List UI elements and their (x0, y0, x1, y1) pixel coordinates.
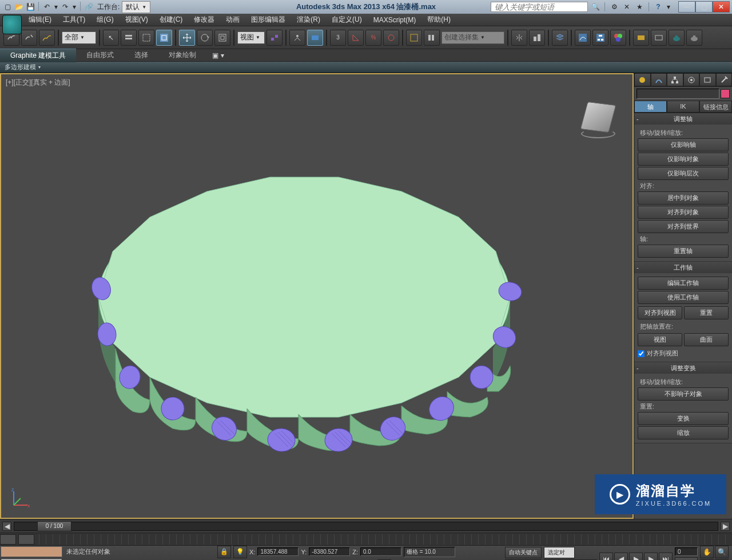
time-next-icon[interactable]: ▶ (721, 522, 730, 531)
affect-object-button[interactable]: 仅影响对象 (638, 153, 729, 166)
rollout-header-adjust-transform[interactable]: -调整变换 (634, 362, 732, 374)
help-dd-icon[interactable]: ▾ (666, 2, 671, 12)
menu-group[interactable]: 组(G) (91, 13, 119, 26)
angle-snap-icon[interactable] (348, 30, 364, 46)
ribbon-tab-graphite[interactable]: Graphite 建模工具 (0, 49, 76, 62)
percent-snap-icon[interactable]: % (365, 30, 381, 46)
align-to-object-button[interactable]: 对齐到对象 (638, 206, 729, 219)
goto-start-icon[interactable]: ⏮ (599, 553, 613, 561)
search-input[interactable] (491, 2, 588, 12)
lock-selection-icon[interactable]: 🔒 (217, 546, 231, 558)
place-surface-button[interactable]: 曲面 (684, 333, 729, 346)
maximize-button[interactable]: ▢ (695, 1, 713, 13)
object-color-swatch[interactable] (721, 89, 730, 98)
object-name-input[interactable] (636, 89, 719, 99)
named-selset-mgr-icon[interactable] (424, 30, 440, 46)
curve-editor-icon[interactable] (575, 30, 591, 46)
viewcube[interactable] (575, 97, 621, 143)
trackbar-keymode-icon[interactable] (0, 534, 16, 545)
schematic-icon[interactable] (592, 30, 608, 46)
ribbon-tab-freeform[interactable]: 自由形式 (76, 49, 124, 62)
subtab-ik[interactable]: IK (667, 101, 699, 113)
x-coord-input[interactable]: 18357.488 (257, 547, 299, 556)
menu-rendering[interactable]: 渲染(R) (291, 13, 326, 26)
app-menu-icon[interactable] (2, 15, 22, 34)
edit-wp-button[interactable]: 编辑工作轴 (638, 277, 729, 290)
reset-pivot-button[interactable]: 重置轴 (638, 245, 729, 258)
wp-align-view-button[interactable]: 对齐到视图 (638, 306, 682, 319)
next-frame-icon[interactable]: ▶ (644, 553, 658, 561)
trackbar-filter-icon[interactable] (18, 534, 34, 545)
place-view-button[interactable]: 视图 (638, 333, 682, 346)
open-icon[interactable]: 📂 (14, 2, 24, 12)
menu-tools[interactable]: 工具(T) (57, 13, 91, 26)
bind-tool-icon[interactable] (39, 30, 55, 46)
search-icon[interactable]: 🔍 (590, 2, 600, 12)
select-icon[interactable]: ↖ (103, 30, 119, 46)
menu-customize[interactable]: 自定义(U) (326, 13, 368, 26)
time-slider[interactable]: 0 / 100 (14, 522, 718, 531)
ribbon-tab-selection[interactable]: 选择 (124, 49, 158, 62)
manipulate-icon[interactable] (289, 30, 305, 46)
keymode-dropdown[interactable]: 选定对 (544, 547, 575, 558)
menu-help[interactable]: 帮助(H) (421, 13, 456, 26)
redo-icon[interactable]: ↷ (60, 2, 70, 12)
track-ruler[interactable] (39, 534, 730, 545)
refcoord-dropdown[interactable]: 视图▼ (237, 31, 265, 44)
prev-frame-icon[interactable]: ◀ (614, 553, 628, 561)
save-icon[interactable]: 💾 (25, 2, 35, 12)
panel-tab-utilities[interactable] (716, 73, 733, 86)
viewport-label[interactable]: [+][正交][真实 + 边面] (6, 78, 70, 87)
no-affect-children-button[interactable]: 不影响子对象 (638, 387, 729, 401)
y-coord-input[interactable]: -8380.527 (309, 547, 350, 556)
nav-pan-icon[interactable]: ✋ (700, 546, 714, 558)
mirror-icon[interactable] (511, 30, 527, 46)
keyboard-shortcut-icon[interactable] (307, 30, 323, 46)
nav-zoom-icon[interactable]: 🔍 (715, 546, 729, 558)
rotate-icon[interactable] (197, 30, 213, 46)
viewport-canvas[interactable] (1, 74, 612, 498)
menu-maxscript[interactable]: MAXScript(M) (368, 14, 422, 26)
render-setup-icon[interactable] (633, 30, 649, 46)
rollout-header-adjust-pivot[interactable]: -调整轴 (634, 113, 732, 125)
center-to-object-button[interactable]: 居中到对象 (638, 191, 729, 205)
redo-dd-icon[interactable]: ▾ (71, 2, 77, 12)
wp-reset-button[interactable]: 重置 (684, 306, 729, 319)
menu-views[interactable]: 视图(V) (120, 13, 154, 26)
panel-tab-modify[interactable] (651, 73, 667, 86)
select-rect-icon[interactable] (138, 30, 154, 46)
align-icon[interactable] (529, 30, 545, 46)
affect-pivot-button[interactable]: 仅影响轴 (638, 138, 729, 151)
panel-tab-hierarchy[interactable] (667, 73, 683, 86)
favorite-icon[interactable]: ★ (634, 2, 645, 12)
menu-grapheditor[interactable]: 图形编辑器 (245, 13, 291, 26)
time-prev-icon[interactable]: ◀ (2, 522, 11, 531)
goto-end-icon[interactable]: ⏭ (659, 553, 673, 561)
selection-set-dropdown[interactable]: 创建选择集▼ (441, 31, 504, 44)
menu-modifiers[interactable]: 修改器 (188, 13, 220, 26)
render-frame-icon[interactable] (651, 30, 667, 46)
align-to-world-button[interactable]: 对齐到世界 (638, 220, 729, 233)
subscription-icon[interactable]: ⚙ (609, 2, 619, 12)
ribbon-expand-icon[interactable]: ▣ ▾ (211, 51, 225, 60)
panel-tab-create[interactable] (634, 73, 651, 86)
exchange-icon[interactable]: ✕ (622, 2, 632, 12)
undo-icon[interactable]: ↶ (42, 2, 52, 12)
render-prod-icon[interactable] (686, 30, 702, 46)
script-listener[interactable] (1, 546, 62, 557)
menu-create[interactable]: 创建(C) (154, 13, 189, 26)
selection-filter-dropdown[interactable]: 全部▼ (62, 31, 96, 44)
render-teapot-icon[interactable] (669, 30, 685, 46)
use-wp-button[interactable]: 使用工作轴 (638, 291, 729, 304)
affect-hierarchy-button[interactable]: 仅影响层次 (638, 167, 729, 180)
minimize-button[interactable]: ─ (678, 1, 695, 13)
menu-animation[interactable]: 动画 (220, 13, 245, 26)
viewport[interactable]: [+][正交][真实 + 边面] (0, 73, 634, 519)
rollout-header-working-pivot[interactable]: -工作轴 (634, 262, 732, 273)
subtab-linkinfo[interactable]: 链接信息 (699, 101, 732, 113)
move-icon[interactable] (179, 30, 195, 46)
reset-transform-button[interactable]: 变换 (638, 412, 729, 425)
unlink-tool-icon[interactable] (21, 30, 37, 46)
link-icon[interactable]: 🔗 (83, 2, 94, 12)
layers-icon[interactable] (552, 30, 568, 46)
